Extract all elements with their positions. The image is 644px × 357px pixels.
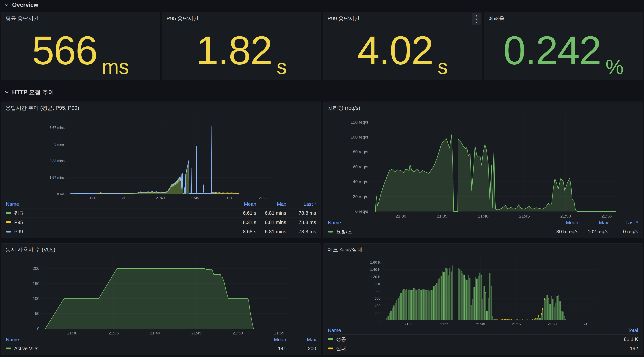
svg-text:0 ms: 0 ms <box>57 192 64 196</box>
legend-row: 실패192 <box>328 344 638 353</box>
legend-header: NameMeanMaxLast * <box>328 218 638 227</box>
legend-series-name[interactable]: P95 <box>6 219 226 225</box>
stat-panel-avg-response: 평균 응답시간 566 ms <box>2 12 160 80</box>
legend-row: P998.68 s6.81 mins78.8 ms <box>6 227 316 236</box>
legend-value: 141 <box>256 346 286 351</box>
chart-panel-response-time: 응답시간 추이 (평균, P95, P99) 21:3021:3521:4021… <box>2 102 320 238</box>
svg-text:200: 200 <box>33 266 40 271</box>
legend-col-total[interactable]: Total <box>608 327 638 333</box>
svg-text:200: 200 <box>374 311 380 315</box>
svg-text:120 req/s: 120 req/s <box>350 120 368 125</box>
legend-col-mean[interactable]: Mean <box>548 220 578 226</box>
svg-text:21:50: 21:50 <box>233 331 243 335</box>
stat-panel-p99-response: P99 응답시간 4.02 s <box>324 12 482 80</box>
legend-row: 성공81.1 K <box>328 335 638 344</box>
legend-header: NameMeanMax <box>6 335 316 344</box>
legend-row: 평균6.61 s6.81 mins78.8 ms <box>6 208 316 218</box>
section-header-overview[interactable]: Overview <box>5 2 38 8</box>
svg-text:3.33 mins: 3.33 mins <box>50 159 64 163</box>
legend-col-max[interactable]: Max <box>286 337 316 342</box>
legend-value: 78.8 ms <box>286 210 316 216</box>
svg-text:150: 150 <box>33 281 40 286</box>
svg-text:21:35: 21:35 <box>437 214 448 218</box>
legend-value: 6.61 s <box>226 210 256 216</box>
throughput-chart[interactable]: 21:3021:3521:4021:4521:5021:550 req/s20 … <box>325 112 641 218</box>
svg-text:50: 50 <box>35 311 40 316</box>
legend-row: Active VUs141200 <box>6 344 316 353</box>
legend-series-name[interactable]: 요청/초 <box>328 228 548 235</box>
chart-legend: NameMeanMaxActive VUs141200 <box>2 335 320 355</box>
series-color-swatch-icon <box>6 231 11 232</box>
svg-text:21:45: 21:45 <box>191 331 201 335</box>
panel-title: 처리량 (req/s) <box>324 102 642 112</box>
panel-title: 응답시간 추이 (평균, P95, P99) <box>2 102 320 112</box>
series-color-swatch-icon <box>6 347 11 349</box>
series-color-swatch-icon <box>6 212 11 214</box>
legend-value: 8.68 s <box>226 229 256 235</box>
section-title: Overview <box>12 2 38 8</box>
legend-header: NameMeanMaxLast * <box>6 200 316 208</box>
series-color-swatch-icon <box>328 231 333 232</box>
stat-value: 566 ms <box>2 21 159 80</box>
svg-text:21:35: 21:35 <box>122 196 130 200</box>
legend-value: 6.81 mins <box>256 210 286 216</box>
legend-series-name[interactable]: 평균 <box>6 210 226 216</box>
legend-col-name[interactable]: Name <box>328 220 548 226</box>
svg-text:21:50: 21:50 <box>224 196 233 200</box>
vus-chart[interactable]: 21:3021:3521:4021:4521:5021:550501001502… <box>3 254 319 335</box>
legend-col-name[interactable]: Name <box>6 337 256 342</box>
legend-series-name[interactable]: 성공 <box>328 336 608 342</box>
legend-series-label: 요청/초 <box>336 228 352 235</box>
series-color-swatch-icon <box>328 338 333 340</box>
legend-series-label: P95 <box>14 219 23 225</box>
panel-title: 체크 성공/실패 <box>324 243 642 254</box>
legend-col-mean[interactable]: Mean <box>226 201 256 207</box>
svg-text:21:30: 21:30 <box>88 196 96 200</box>
legend-row: 요청/초30.5 req/s102 req/s0 req/s <box>328 227 638 236</box>
svg-text:1.40 K: 1.40 K <box>370 267 380 271</box>
svg-text:21:35: 21:35 <box>108 331 118 335</box>
svg-text:21:30: 21:30 <box>396 214 406 218</box>
svg-text:80 req/s: 80 req/s <box>353 150 368 154</box>
svg-text:21:55: 21:55 <box>274 331 284 335</box>
svg-text:20 req/s: 20 req/s <box>353 194 368 199</box>
svg-text:0: 0 <box>37 326 40 331</box>
svg-text:21:45: 21:45 <box>190 196 199 200</box>
svg-text:21:55: 21:55 <box>259 196 268 200</box>
section-header-http-requests[interactable]: HTTP 요청 추이 <box>5 88 54 96</box>
legend-col-mean[interactable]: Mean <box>256 337 286 342</box>
legend-col-max[interactable]: Max <box>256 201 286 207</box>
response-time-chart[interactable]: 21:3021:3521:4021:4521:5021:550 ms1.67 m… <box>3 112 319 200</box>
legend-value: 78.8 ms <box>286 229 316 235</box>
stat-value: 1.82 s <box>163 21 320 80</box>
svg-text:800: 800 <box>374 289 380 293</box>
checks-chart[interactable]: 21:3021:3521:4021:4521:5021:550200400600… <box>325 254 641 326</box>
chart-panel-vus: 동시 사용자 수 (VUs) 21:3021:3521:4021:4521:50… <box>2 243 320 355</box>
svg-text:21:40: 21:40 <box>478 214 488 218</box>
legend-value: 6.81 mins <box>256 229 286 235</box>
legend-series-label: 실패 <box>336 345 346 352</box>
legend-series-name[interactable]: Active VUs <box>6 346 256 351</box>
legend-col-name[interactable]: Name <box>6 201 226 207</box>
svg-text:400: 400 <box>374 303 380 307</box>
legend-col-last[interactable]: Last * <box>608 220 638 226</box>
svg-text:21:45: 21:45 <box>512 322 521 326</box>
legend-series-name[interactable]: 실패 <box>328 345 608 352</box>
legend-series-label: 성공 <box>336 336 346 342</box>
svg-text:600: 600 <box>374 296 380 300</box>
legend-series-name[interactable]: P99 <box>6 229 226 235</box>
svg-text:60 req/s: 60 req/s <box>353 164 368 169</box>
legend-value: 8.31 s <box>226 219 256 225</box>
chevron-down-icon <box>5 91 9 94</box>
svg-text:21:30: 21:30 <box>67 331 78 335</box>
legend-col-max[interactable]: Max <box>578 220 608 226</box>
svg-text:0 req/s: 0 req/s <box>355 209 368 214</box>
series-color-swatch-icon <box>6 221 11 223</box>
legend-value: 30.5 req/s <box>548 229 578 235</box>
svg-text:40 req/s: 40 req/s <box>353 179 368 184</box>
legend-header: NameTotal <box>328 326 638 335</box>
legend-value: 102 req/s <box>578 229 608 235</box>
svg-text:21:40: 21:40 <box>156 196 165 200</box>
legend-col-name[interactable]: Name <box>328 327 608 333</box>
legend-col-last[interactable]: Last * <box>286 201 316 207</box>
